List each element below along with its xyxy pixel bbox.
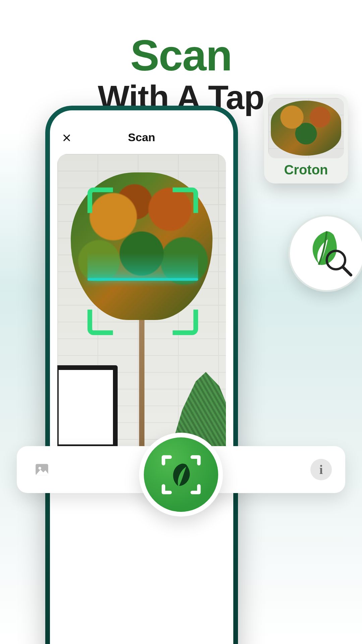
scan-result-card[interactable]: Croton xyxy=(264,94,348,183)
scan-corner-tr xyxy=(173,187,198,213)
scan-topbar: Scan xyxy=(50,110,233,151)
scan-frame xyxy=(87,187,198,335)
scan-corner-bl xyxy=(87,310,113,335)
capture-button-inner xyxy=(144,437,218,512)
leaf-identify-badge[interactable] xyxy=(288,215,362,292)
topbar-title: Scan xyxy=(128,131,155,144)
scan-laser-line xyxy=(87,278,198,281)
info-icon: i xyxy=(319,462,323,477)
gallery-button[interactable] xyxy=(30,458,54,481)
svg-point-3 xyxy=(39,467,41,470)
result-thumbnail xyxy=(268,98,344,158)
svg-line-1 xyxy=(343,267,351,275)
monitor-decoration xyxy=(57,365,118,449)
close-icon xyxy=(62,133,71,143)
capture-button[interactable] xyxy=(139,433,223,517)
scan-glow xyxy=(87,253,198,280)
phone-screen: Scan xyxy=(50,110,233,644)
leaf-search-icon xyxy=(298,224,356,282)
close-button[interactable] xyxy=(60,131,73,145)
hero-title-line1: Scan xyxy=(0,34,362,77)
scan-corner-br xyxy=(173,310,198,335)
gallery-icon xyxy=(34,461,50,478)
phone-mockup: Scan xyxy=(45,106,238,644)
leaf-scan-icon xyxy=(156,449,206,500)
result-plant-name: Croton xyxy=(268,158,344,179)
camera-viewport[interactable] xyxy=(57,154,226,463)
info-button[interactable]: i xyxy=(310,459,332,480)
scan-corner-tl xyxy=(87,187,113,213)
